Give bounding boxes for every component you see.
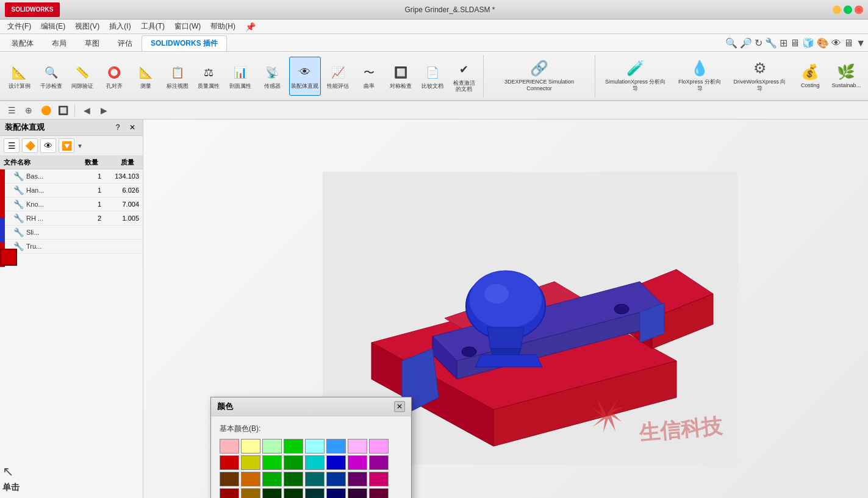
assembly-visual-button[interactable]: 👁 装配体直观 (289, 57, 321, 96)
annotation-view-button[interactable]: 📋 标注视图 (163, 57, 192, 96)
tab-evaluate[interactable]: 评估 (109, 35, 142, 51)
zoom-fit-button[interactable]: ⊕ (21, 103, 37, 118)
grid-icon[interactable]: ⊞ (780, 37, 787, 49)
part-row[interactable]: 🔧 Kno... 1 7.004 (0, 197, 143, 212)
sensor-button[interactable]: 📡 传感器 (257, 57, 287, 96)
menu-window[interactable]: 窗口(W) (170, 20, 206, 33)
mode-select-button[interactable]: ☰ (4, 103, 20, 118)
color-cell[interactable] (326, 455, 346, 470)
color-cell[interactable] (326, 472, 346, 486)
maximize-button[interactable] (844, 5, 852, 14)
curvature-button[interactable]: 〜 曲率 (354, 57, 384, 96)
color-cell[interactable] (284, 439, 303, 454)
mass-properties-button[interactable]: ⚖ 质量属性 (195, 57, 224, 96)
color-cell[interactable] (220, 455, 239, 470)
color-cell[interactable] (241, 488, 260, 498)
color-cell[interactable] (262, 439, 282, 454)
color-icon[interactable]: 🎨 (817, 37, 829, 49)
color-cell[interactable] (369, 488, 389, 498)
simulation-xpress-button[interactable]: 🧪 SimulationXpress 分析向导 (600, 54, 671, 98)
compare-docs-button[interactable]: 📄 比较文档 (418, 57, 447, 96)
color-cell[interactable] (284, 488, 303, 498)
color-cell[interactable] (305, 488, 325, 498)
color-cell[interactable] (369, 439, 389, 454)
tab-sketch[interactable]: 草图 (76, 35, 109, 51)
tab-assembly[interactable]: 装配体 (2, 35, 43, 51)
part-row[interactable]: 🔧 Bas... 1 134.103 (0, 169, 143, 183)
interference-check-button[interactable]: 🔍 干涉检查 (37, 57, 66, 96)
costing-button[interactable]: 💰 Costing (794, 54, 827, 98)
panel-close-button[interactable]: ✕ (127, 122, 138, 133)
minimize-button[interactable] (833, 5, 841, 14)
down-arrow-icon[interactable]: ▼ (856, 38, 866, 49)
display-icon[interactable]: 🖥 (790, 38, 800, 49)
tab-layout[interactable]: 布局 (43, 35, 76, 51)
component-icon[interactable]: 🔧 (765, 37, 777, 49)
part-row[interactable]: 🔧 Sli... (0, 226, 143, 240)
color-cell[interactable] (348, 439, 367, 454)
search2-icon[interactable]: 🔎 (740, 37, 752, 49)
color-btn[interactable]: 🟠 (38, 103, 54, 118)
menu-file[interactable]: 文件(F) (2, 20, 36, 33)
color-cell[interactable] (220, 439, 239, 454)
color-cell[interactable] (241, 472, 260, 486)
menu-view[interactable]: 视图(V) (70, 20, 104, 33)
color-cell[interactable] (326, 488, 346, 498)
color-dialog-close-button[interactable]: ✕ (394, 401, 405, 412)
perf-eval-button[interactable]: 📈 性能评估 (323, 57, 353, 96)
panel-group-icon[interactable]: 🔶 (22, 138, 38, 153)
close-button[interactable] (855, 5, 863, 14)
measure-button[interactable]: 📐 测量 (131, 57, 160, 96)
color-cell[interactable] (241, 439, 260, 454)
color-cell[interactable] (305, 455, 325, 470)
color-cell[interactable] (348, 472, 367, 486)
view-btn[interactable]: 🔲 (55, 103, 71, 118)
color-cell[interactable] (262, 472, 282, 486)
sustainab-button[interactable]: 🌿 Sustainab... (830, 54, 863, 98)
view-icon[interactable]: 👁 (831, 38, 841, 49)
check-active-button[interactable]: ✔ 检查激活的文档 (450, 57, 479, 96)
menu-help[interactable]: 帮助(H) (206, 20, 240, 33)
driveworks-button[interactable]: ⚙ DriveWorksXpress 向导 (728, 54, 791, 98)
view-area[interactable]: 生信科技 颜色 ✕ 基本颜色(B): 自定义颜色(C): (143, 119, 868, 498)
rotate-icon[interactable]: ↻ (755, 37, 762, 49)
tab-solidworks-plugins[interactable]: SOLIDWORKS 插件 (142, 35, 227, 51)
3dexperience-button[interactable]: 🔗 3DEXPERIENCE Simulation Connector (489, 54, 589, 98)
color-cell[interactable] (220, 472, 239, 486)
panel-list-icon[interactable]: ☰ (4, 138, 20, 153)
color-cell[interactable] (369, 455, 389, 470)
monitor-icon[interactable]: 🖥 (844, 38, 853, 49)
color-cell[interactable] (348, 455, 367, 470)
menu-tools[interactable]: 工具(T) (136, 20, 170, 33)
panel-eye-icon[interactable]: 👁 (40, 138, 56, 153)
color-cell[interactable] (305, 472, 325, 486)
menu-insert[interactable]: 插入(I) (104, 20, 135, 33)
symmetry-check-button[interactable]: 🔲 对称检查 (386, 57, 415, 96)
design-study-button[interactable]: 📐 设计算例 (5, 57, 34, 96)
color-cell[interactable] (262, 488, 282, 498)
pin-button[interactable]: 📌 (245, 22, 256, 32)
color-cell[interactable] (284, 455, 303, 470)
color-cell[interactable] (262, 455, 282, 470)
part-row[interactable]: 🔧 RH ... 2 1.005 (0, 212, 143, 226)
view3d-icon[interactable]: 🧊 (802, 37, 814, 49)
color-cell[interactable] (220, 488, 239, 498)
part-row[interactable]: 🔧 Han... 1 6.026 (0, 183, 143, 197)
hole-align-button[interactable]: ⭕ 孔对齐 (99, 57, 129, 96)
search-icon[interactable]: 🔍 (725, 37, 737, 49)
color-cell[interactable] (305, 439, 325, 454)
color-cell[interactable] (241, 455, 260, 470)
clearance-verification-button[interactable]: 📏 间隙验证 (68, 57, 98, 96)
arrow-right-button[interactable]: ▶ (96, 103, 112, 118)
color-cell[interactable] (369, 472, 389, 486)
color-cell[interactable] (348, 488, 367, 498)
panel-filter-arrow[interactable]: ▼ (77, 143, 83, 149)
color-cell[interactable] (326, 439, 346, 454)
color-cell[interactable] (284, 472, 303, 486)
panel-help-button[interactable]: ? (112, 122, 123, 133)
arrow-left-button[interactable]: ◀ (79, 103, 95, 118)
part-row[interactable]: 🔧 Tru... (0, 240, 143, 254)
section-properties-button[interactable]: 📊 剖面属性 (226, 57, 255, 96)
panel-filter-icon[interactable]: 🔽 (59, 138, 74, 153)
menu-edit[interactable]: 编辑(E) (36, 20, 70, 33)
